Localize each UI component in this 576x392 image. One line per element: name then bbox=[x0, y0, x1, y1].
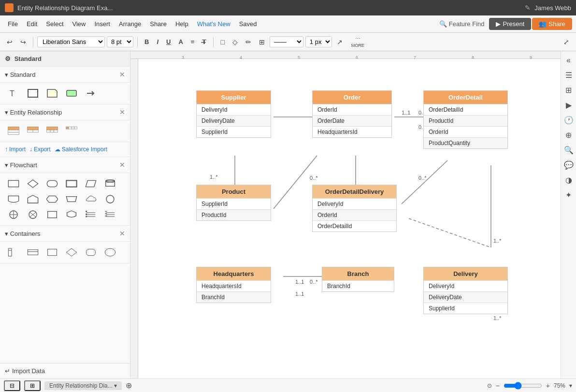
shapes-section-header[interactable]: ⚙ Standard bbox=[0, 51, 130, 67]
containers-section-header[interactable]: ▾ Containers ✕ bbox=[0, 226, 130, 242]
zoom-out-button[interactable]: − bbox=[496, 382, 500, 390]
extra-panel-button[interactable]: ✦ bbox=[563, 189, 574, 202]
line-size-select[interactable]: 1 px bbox=[305, 36, 332, 47]
entity-orderdetail[interactable]: OrderDetail OrderDetailId ProductId Orde… bbox=[423, 90, 508, 149]
arrow-shape[interactable] bbox=[82, 87, 100, 100]
fc-shield[interactable] bbox=[63, 208, 80, 221]
waypoint-button[interactable]: ↗ bbox=[334, 37, 346, 47]
shape-style-button[interactable]: □ bbox=[217, 37, 227, 47]
format-panel-button[interactable]: ☰ bbox=[563, 69, 574, 82]
entity-headquarters[interactable]: Headquarters HeadquartersId BranchId bbox=[196, 267, 271, 303]
text-shape[interactable]: T bbox=[5, 87, 22, 100]
fc-hexagon[interactable] bbox=[43, 192, 61, 206]
fc-list2[interactable] bbox=[101, 208, 119, 221]
fc-cross[interactable] bbox=[5, 208, 22, 221]
feature-find[interactable]: 🔍 Feature Find bbox=[439, 20, 485, 28]
menu-help[interactable]: Help bbox=[172, 18, 192, 29]
zoom-slider[interactable] bbox=[504, 382, 542, 390]
standard-section-header[interactable]: ▾ Standard ✕ bbox=[0, 67, 130, 83]
line-style-select[interactable]: —— bbox=[270, 36, 303, 47]
table-panel-button[interactable]: ⊞ bbox=[563, 84, 574, 97]
menu-select[interactable]: Select bbox=[42, 18, 67, 29]
menu-edit[interactable]: Edit bbox=[23, 18, 41, 29]
menu-insert[interactable]: Insert bbox=[90, 18, 114, 29]
entity-branch[interactable]: Branch BranchId bbox=[322, 267, 394, 292]
align-button[interactable]: ≡ bbox=[188, 37, 198, 47]
fill-button[interactable]: ◇ bbox=[230, 37, 241, 47]
font-color-button[interactable]: A bbox=[175, 37, 186, 47]
fc-list1[interactable] bbox=[82, 208, 100, 221]
fc-pentagon[interactable] bbox=[24, 192, 42, 206]
fullscreen-button[interactable]: ⤢ bbox=[561, 37, 572, 47]
entity-delivery[interactable]: Delivery DeliveryId DeliveryDate Supplie… bbox=[423, 267, 508, 314]
ct-wide[interactable] bbox=[24, 246, 42, 259]
entity-product[interactable]: Product SupplierId ProductId bbox=[196, 185, 271, 221]
record-panel-button[interactable]: ▶ bbox=[564, 99, 574, 112]
fc-trapezoid[interactable] bbox=[63, 192, 80, 206]
fc-cylinder[interactable] bbox=[101, 177, 119, 190]
add-tab-button[interactable]: ⊕ bbox=[126, 381, 132, 390]
fc-rhombus[interactable] bbox=[43, 208, 61, 221]
fc-diamond[interactable] bbox=[24, 177, 42, 190]
collapse-panel-button[interactable]: « bbox=[564, 54, 573, 67]
er-section-header[interactable]: ▾ Entity Relationship ✕ bbox=[0, 104, 130, 120]
outline-view-button[interactable]: ⊞ bbox=[24, 380, 41, 391]
canvas-content[interactable]: 1..1 0..1 0..1 0..* 0..* 1..* 0..* 1..* … bbox=[138, 59, 561, 378]
share-button[interactable]: 👥 Share bbox=[532, 18, 572, 30]
edit-title-icon[interactable]: ✎ bbox=[525, 4, 531, 12]
strikethrough-button[interactable]: T̶ bbox=[199, 37, 209, 47]
current-tab[interactable]: Entity Relationship Dia... ▾ bbox=[44, 381, 122, 390]
import-button[interactable]: ↑ Import bbox=[5, 146, 26, 153]
rect-shape[interactable] bbox=[24, 87, 42, 100]
fc-rounded[interactable] bbox=[43, 177, 61, 190]
er-shape-1[interactable] bbox=[5, 124, 22, 138]
undo-button[interactable]: ↩ bbox=[4, 37, 15, 47]
ct-diamond[interactable] bbox=[63, 246, 80, 259]
menu-whats-new[interactable]: What's New bbox=[193, 18, 234, 29]
grid-view-button[interactable]: ⊟ bbox=[4, 380, 20, 391]
export-button[interactable]: ↓ Export bbox=[29, 146, 51, 153]
fc-rect[interactable] bbox=[5, 177, 22, 190]
theme-panel-button[interactable]: ◑ bbox=[563, 174, 574, 187]
flowchart-section-header[interactable]: ▾ Flowchart ✕ bbox=[0, 157, 130, 173]
process-shape[interactable] bbox=[63, 87, 80, 100]
ct-ellipse[interactable] bbox=[101, 246, 119, 259]
entity-order[interactable]: Order OrderId OrderDate HeadquartersId bbox=[312, 90, 392, 138]
entity-supplier[interactable]: Supplier DeliveryId DeliveryDate Supplie… bbox=[196, 90, 271, 138]
search-panel-button[interactable]: 🔍 bbox=[562, 144, 576, 157]
er-shape-3[interactable] bbox=[43, 124, 61, 138]
zoom-in-button[interactable]: + bbox=[546, 382, 550, 390]
fc-circle[interactable] bbox=[101, 192, 119, 206]
font-size-select[interactable]: 8 pt bbox=[107, 36, 133, 47]
more-button[interactable]: ⋯MORE bbox=[347, 34, 368, 49]
comment-panel-button[interactable]: 💬 bbox=[562, 159, 576, 172]
er-shape-4[interactable] bbox=[63, 124, 80, 138]
entity-orderdetaildelivery[interactable]: OrderDetailDelivery DeliveryId OrderId O… bbox=[312, 185, 397, 232]
er-shape-2[interactable] bbox=[24, 124, 42, 138]
ct-rounded[interactable] bbox=[82, 246, 100, 259]
import-data-button[interactable]: ↵ Import Data bbox=[5, 367, 45, 375]
fc-doc[interactable] bbox=[5, 192, 22, 206]
menu-share[interactable]: Share bbox=[146, 18, 171, 29]
flowchart-close-button[interactable]: ✕ bbox=[119, 161, 125, 169]
font-family-select[interactable]: Liberation Sans bbox=[37, 36, 105, 47]
present-button[interactable]: ▶ Present bbox=[489, 18, 531, 30]
fc-cloud[interactable] bbox=[82, 192, 100, 206]
underline-button[interactable]: U bbox=[163, 37, 173, 47]
line-color-button[interactable]: ✏ bbox=[243, 37, 254, 47]
fc-thick-rect[interactable] bbox=[63, 177, 80, 190]
ct-rect[interactable] bbox=[43, 246, 61, 259]
menu-arrange[interactable]: Arrange bbox=[115, 18, 145, 29]
layers-panel-button[interactable]: ⊕ bbox=[563, 129, 574, 142]
menu-file[interactable]: File bbox=[4, 18, 22, 29]
er-close-button[interactable]: ✕ bbox=[119, 108, 125, 116]
fc-xcircle[interactable] bbox=[24, 208, 42, 221]
fc-parallelogram[interactable] bbox=[82, 177, 100, 190]
italic-button[interactable]: I bbox=[154, 37, 161, 47]
note-shape[interactable] bbox=[43, 87, 61, 100]
salesforce-import-button[interactable]: ☁ Salesforce Import bbox=[55, 146, 107, 153]
bold-button[interactable]: B bbox=[142, 37, 152, 47]
standard-close-button[interactable]: ✕ bbox=[119, 71, 125, 78]
containers-close-button[interactable]: ✕ bbox=[119, 230, 125, 237]
redo-button[interactable]: ↪ bbox=[17, 37, 29, 47]
